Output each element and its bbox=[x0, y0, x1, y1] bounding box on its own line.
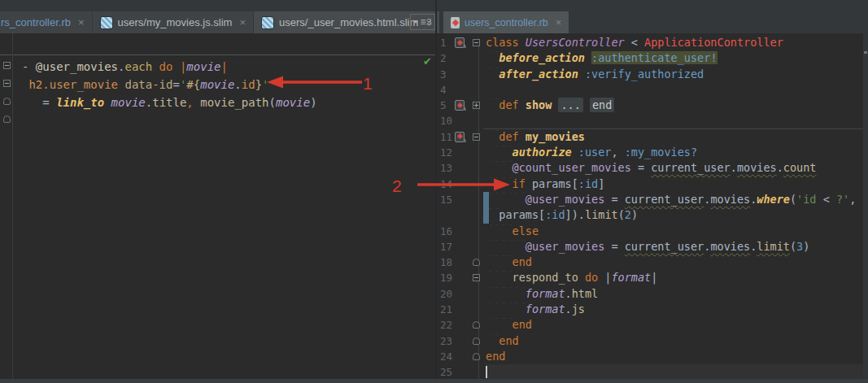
code-line[interactable]: h2.user_movie data-id='#{movie.id}' bbox=[0, 76, 435, 94]
fold-marker-icon[interactable] bbox=[473, 259, 480, 266]
code-line[interactable]: 12 authorize :user, :my_movies? bbox=[437, 145, 863, 160]
code-line[interactable]: 2 before_action :authenticate_user! bbox=[437, 50, 863, 66]
code-token bbox=[486, 224, 513, 237]
editor-gutter[interactable]: 5 bbox=[437, 98, 486, 113]
code-token: } bbox=[255, 78, 262, 91]
editor-gutter[interactable]: 18 bbox=[437, 255, 486, 270]
code-token: ) bbox=[631, 208, 638, 221]
editor-gutter[interactable]: 4 bbox=[437, 82, 486, 98]
editor-gutter[interactable]: 1 bbox=[437, 35, 486, 50]
code-token: def bbox=[499, 130, 518, 143]
code-line[interactable]: 4 bbox=[437, 82, 863, 98]
code-token bbox=[486, 161, 513, 174]
code-token: ApplicationController bbox=[644, 36, 783, 49]
code-token: authorize bbox=[513, 146, 572, 159]
code-line[interactable]: 25 bbox=[437, 364, 863, 380]
related-views-icon[interactable] bbox=[455, 100, 465, 110]
code-token bbox=[526, 177, 532, 190]
code-token: :id bbox=[578, 177, 598, 190]
code-token: end bbox=[513, 318, 532, 331]
code-line[interactable]: 3 after_action :verify_authorized bbox=[437, 67, 863, 82]
code-line[interactable]: 1class UsersController < ApplicationCont… bbox=[437, 35, 863, 50]
editor-gutter[interactable]: 21 bbox=[437, 302, 486, 317]
code-token: :my_movies? bbox=[625, 146, 697, 159]
code-token: js bbox=[572, 302, 585, 316]
code-token: movie bbox=[111, 96, 146, 109]
fold-marker-icon[interactable] bbox=[473, 39, 480, 46]
code-token: :authenticate_user! bbox=[591, 51, 717, 64]
fold-marker-icon[interactable] bbox=[473, 321, 480, 329]
code-token: format bbox=[526, 302, 565, 316]
code-line[interactable]: 21 format.js bbox=[437, 302, 863, 317]
code-line[interactable]: 23 end bbox=[437, 333, 863, 349]
editor-gutter[interactable]: 25 bbox=[437, 364, 486, 380]
hidden-tabs-dropdown[interactable]: 3 bbox=[410, 14, 435, 30]
editor-gutter[interactable]: 13 bbox=[437, 160, 486, 176]
code-token: ( bbox=[790, 240, 796, 253]
code-line[interactable]: 24end bbox=[437, 349, 863, 364]
fold-marker-icon[interactable] bbox=[473, 102, 480, 109]
code-line[interactable]: params[:id]).limit(2) bbox=[437, 207, 863, 223]
code-line[interactable]: 10 bbox=[437, 113, 863, 128]
code-line[interactable]: 15 @user_movies = current_user.movies.wh… bbox=[437, 192, 863, 207]
editor-gutter[interactable]: 15 bbox=[437, 192, 486, 207]
fold-marker-icon[interactable] bbox=[473, 133, 480, 141]
code-line[interactable]: 19 respond_to do |format| bbox=[437, 270, 863, 285]
editor-tab[interactable]: rs_controller.rb bbox=[0, 11, 92, 33]
line-number: 24 bbox=[440, 350, 452, 363]
code-line[interactable]: 13 @count_user_movies = current_user.mov… bbox=[437, 160, 863, 176]
close-tab-icon[interactable] bbox=[556, 17, 562, 28]
slim-file-icon bbox=[100, 16, 113, 29]
code-line[interactable]: 17 @user_movies = current_user.movies.li… bbox=[437, 239, 863, 255]
editor-gutter[interactable]: 14 bbox=[437, 176, 486, 192]
code-line[interactable]: 14 if params[:id] bbox=[437, 176, 863, 192]
code-token bbox=[519, 98, 526, 111]
fold-marker-icon[interactable] bbox=[473, 274, 480, 281]
close-tab-icon[interactable] bbox=[78, 17, 85, 28]
fold-marker-icon[interactable] bbox=[3, 115, 11, 123]
editor-gutter[interactable]: 2 bbox=[437, 50, 486, 66]
editor-tab[interactable]: users_controller.rb bbox=[443, 11, 569, 33]
code-token: , bbox=[849, 193, 856, 206]
code-line[interactable]: 5 def show ... end bbox=[437, 98, 863, 113]
related-views-icon[interactable] bbox=[455, 132, 465, 141]
left-editor-pane[interactable]: - @user_movies.each do |movie| h2.user_m… bbox=[0, 33, 435, 379]
code-token: @user_movies bbox=[36, 60, 118, 73]
code-token: do bbox=[159, 60, 173, 73]
ruby-code-area[interactable]: 1class UsersController < ApplicationCont… bbox=[437, 35, 863, 381]
slim-code-area[interactable]: - @user_movies.each do |movie| h2.user_m… bbox=[0, 58, 435, 111]
tab-label: users/_user_movies.html.slim bbox=[279, 16, 418, 28]
editor-gutter[interactable]: 17 bbox=[437, 239, 486, 255]
editor-tab[interactable]: users/my_movies.js.slim bbox=[93, 11, 253, 33]
code-token: link_to bbox=[56, 96, 104, 109]
editor-gutter[interactable]: 20 bbox=[437, 286, 486, 302]
fold-marker-icon[interactable] bbox=[473, 337, 480, 345]
code-line[interactable]: 11 def my_movies bbox=[437, 129, 863, 145]
editor-gutter[interactable]: 11 bbox=[437, 129, 486, 145]
code-line[interactable]: 22 end bbox=[437, 317, 863, 333]
right-editor-pane[interactable]: 1class UsersController < ApplicationCont… bbox=[437, 33, 868, 383]
editor-gutter[interactable]: 12 bbox=[437, 145, 486, 160]
code-line[interactable]: 18 end bbox=[437, 255, 863, 270]
editor-gutter[interactable]: 16 bbox=[437, 224, 486, 239]
code-token bbox=[519, 36, 526, 49]
code-line[interactable]: - @user_movies.each do |movie| bbox=[0, 58, 435, 76]
code-token: params bbox=[532, 177, 572, 190]
editor-gutter[interactable]: 24 bbox=[437, 349, 486, 364]
fold-marker-icon[interactable] bbox=[473, 353, 480, 360]
editor-gutter[interactable]: 10 bbox=[437, 113, 486, 128]
editor-gutter[interactable]: 22 bbox=[437, 317, 486, 333]
code-token: params bbox=[499, 208, 539, 221]
close-tab-icon[interactable] bbox=[239, 17, 246, 28]
code-line[interactable]: = link_to movie.title, movie_path(movie) bbox=[0, 94, 435, 111]
editor-gutter[interactable]: 3 bbox=[437, 67, 486, 82]
code-token bbox=[486, 318, 513, 331]
related-views-icon[interactable] bbox=[455, 37, 465, 47]
code-line[interactable]: 16 else bbox=[437, 224, 863, 239]
editor-gutter[interactable]: 19 bbox=[437, 270, 486, 285]
editor-scrollbar[interactable] bbox=[863, 33, 868, 383]
editor-gutter[interactable] bbox=[437, 207, 486, 223]
editor-gutter[interactable]: 23 bbox=[437, 333, 486, 349]
code-line[interactable]: 20 format.html bbox=[437, 286, 863, 302]
left-tab-group: rs_controller.rbusers/my_movies.js.slimu… bbox=[0, 11, 439, 33]
